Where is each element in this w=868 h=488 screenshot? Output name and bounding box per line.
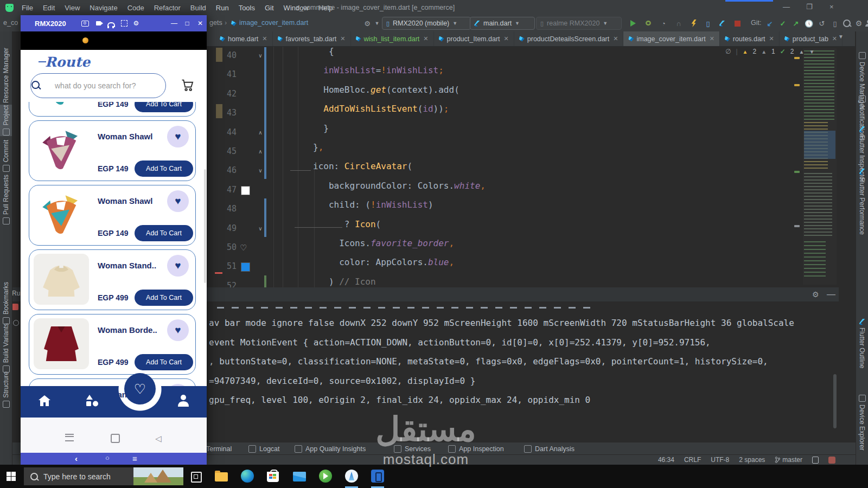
close-tab-icon[interactable]: ✕: [262, 35, 267, 42]
fold-icon[interactable]: ∨: [257, 161, 264, 180]
nav-home-button[interactable]: [37, 394, 52, 408]
menu-item[interactable]: Run: [211, 4, 234, 12]
tool-stripe-tab[interactable]: Device Explorer: [856, 395, 868, 451]
profile-icon[interactable]: [865, 20, 868, 27]
line-number[interactable]: 41: [206, 65, 237, 84]
tool-window-button[interactable]: Services: [394, 442, 431, 455]
color-swatch[interactable]: [241, 186, 250, 195]
phone-maximize-icon[interactable]: □: [183, 20, 191, 27]
nav-wishlist-button[interactable]: ♡: [124, 373, 156, 404]
search-everywhere-icon[interactable]: [843, 20, 851, 27]
menu-item[interactable]: Code: [123, 4, 149, 12]
prev-chevron-icon[interactable]: ▲: [799, 49, 805, 55]
tool-stripe-tab[interactable]: Pull Requests: [0, 175, 12, 224]
close-tab-icon[interactable]: ✕: [832, 35, 837, 42]
status-item[interactable]: CRLF: [684, 456, 701, 464]
nav-profile-button[interactable]: [176, 394, 191, 408]
console-settings-icon[interactable]: ⚙: [812, 290, 819, 299]
editor-tab[interactable]: routes.dart ✕: [720, 31, 780, 46]
close-tab-icon[interactable]: ✕: [340, 35, 345, 42]
attach-button[interactable]: ∩: [674, 18, 684, 28]
menu-item[interactable]: Refactor: [149, 4, 186, 12]
lock-icon[interactable]: [812, 457, 819, 464]
fold-icon[interactable]: ∨: [257, 46, 264, 65]
line-number[interactable]: 52: [206, 277, 237, 287]
line-number[interactable]: 51: [206, 257, 237, 276]
close-tab-icon[interactable]: ✕: [613, 35, 618, 42]
menu-item[interactable]: Build: [186, 4, 211, 12]
target-device-selector[interactable]: ▯ realme RMX2020▼: [536, 17, 622, 30]
run-widget-icon[interactable]: ⚙: [362, 18, 372, 28]
add-to-cart-button[interactable]: Add To Cart: [135, 225, 193, 241]
screenshot-icon[interactable]: [81, 21, 89, 27]
add-to-cart-button[interactable]: Add To Cart: [135, 160, 193, 177]
line-number[interactable]: 48: [206, 200, 237, 219]
tool-stripe-tab[interactable]: Commit: [0, 140, 12, 172]
line-number[interactable]: 49: [206, 219, 237, 238]
close-tab-icon[interactable]: ✕: [423, 35, 428, 42]
android-back-button[interactable]: ◁: [155, 434, 162, 444]
tool-stripe-tab[interactable]: Build Variants: [0, 323, 12, 373]
product-card[interactable]: Woman Shawl ♥ EGP 149 Add To Cart: [29, 120, 196, 181]
record-icon[interactable]: [96, 21, 101, 25]
tool-stripe-tab[interactable]: Flutter Outline: [856, 319, 868, 368]
pin-icon[interactable]: [13, 320, 19, 326]
wishlist-heart-button[interactable]: ♥: [167, 319, 189, 341]
edge-icon[interactable]: [241, 470, 255, 484]
wishlist-heart-button[interactable]: ♥: [167, 190, 189, 212]
console-scrollbar[interactable]: [833, 374, 837, 428]
ms-store-icon[interactable]: [267, 470, 281, 484]
file-explorer-icon[interactable]: [215, 470, 229, 484]
line-number[interactable]: 47: [206, 181, 237, 200]
hot-restart-button[interactable]: ▯: [703, 18, 713, 28]
wishlist-heart-button[interactable]: ♥: [167, 255, 189, 277]
menu-item[interactable]: File: [17, 4, 38, 12]
editor-tab[interactable]: product_Item.dart ✕: [434, 31, 514, 46]
hidden-tabs-chevron-icon[interactable]: ▼: [838, 34, 844, 40]
phone-close-icon[interactable]: ✕: [196, 20, 204, 27]
settings-icon[interactable]: ⚙: [856, 19, 863, 28]
android-studio-icon[interactable]: [345, 470, 359, 484]
flutter-attach-icon[interactable]: [719, 21, 725, 27]
tool-stripe-tab[interactable]: Bookmarks: [0, 282, 12, 324]
line-number[interactable]: 44: [206, 123, 237, 142]
log-output[interactable]: av bar mode ignore false downX 252 downY…: [209, 313, 816, 410]
status-item[interactable]: 2 spaces: [739, 456, 765, 464]
menu-item[interactable]: Git: [260, 4, 279, 12]
line-number[interactable]: 42: [206, 85, 237, 104]
tool-stripe-tab[interactable]: Project: [0, 105, 12, 136]
editor-tab[interactable]: product_tab ✕: [780, 31, 843, 46]
list-scrollbar[interactable]: [204, 169, 206, 283]
fullscreen-icon[interactable]: [121, 20, 127, 27]
history-icon[interactable]: 🕔: [804, 18, 814, 28]
phone-minimize-icon[interactable]: —: [170, 20, 178, 27]
tool-window-button[interactable]: App Inspection: [448, 442, 504, 455]
run-config-selector[interactable]: main.dart▼: [470, 17, 535, 30]
tool-stripe-tab[interactable]: Flutter Performance: [856, 169, 868, 235]
product-list[interactable]: Woman Shawl ♥ EGP 149 Add To Cart: [29, 102, 199, 406]
editor-tab[interactable]: image_cover_item.dart ✕: [623, 31, 719, 46]
debug-button[interactable]: 🞉: [643, 18, 653, 28]
fold-icon[interactable]: ∨: [257, 219, 264, 238]
stop-button[interactable]: [735, 21, 741, 27]
search-input[interactable]: [30, 73, 166, 98]
maximize-button[interactable]: ❐: [806, 3, 813, 11]
git-branch[interactable]: master: [775, 456, 802, 464]
menu-item[interactable]: Tools: [234, 4, 260, 12]
status-item[interactable]: 46:34: [658, 456, 674, 464]
breadcrumb-file[interactable]: image_cover_item.dart: [239, 19, 308, 27]
product-card[interactable]: Woman Shawl ♥ EGP 149 Add To Cart: [29, 102, 196, 117]
android-recents-button[interactable]: [65, 434, 74, 441]
editor-minimap[interactable]: [793, 46, 839, 287]
product-card[interactable]: Woman Borde.. ♥ EGP 499 Add To Cart: [29, 314, 196, 375]
start-button[interactable]: [7, 472, 16, 481]
fold-icon[interactable]: ∧: [257, 123, 264, 142]
line-number[interactable]: 40: [206, 46, 237, 65]
chevron-down-icon[interactable]: ▼: [372, 18, 382, 28]
tool-stripe-tab[interactable]: Structure: [0, 371, 12, 408]
status-item[interactable]: UTF-8: [711, 456, 729, 464]
mirror-recents-icon[interactable]: ≡: [132, 454, 137, 463]
mirror-back-icon[interactable]: ‹: [75, 454, 78, 463]
scrcpy-icon[interactable]: [371, 470, 385, 484]
close-tab-icon[interactable]: ✕: [710, 35, 714, 42]
